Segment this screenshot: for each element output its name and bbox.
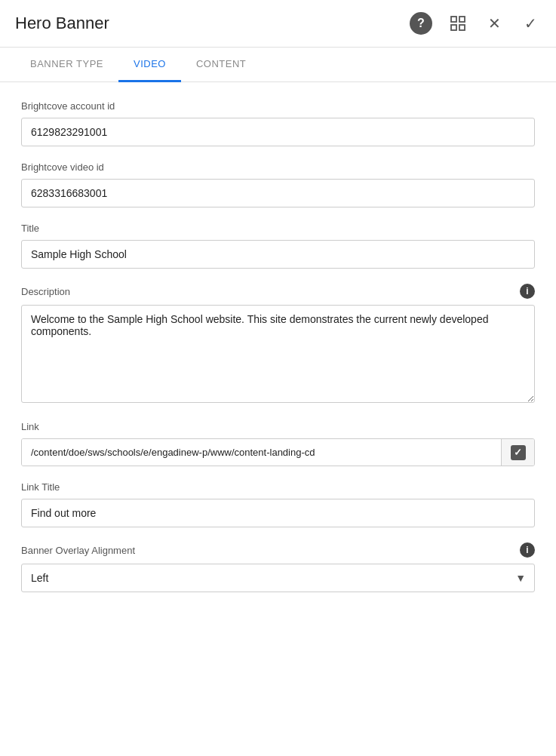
- brightcove-video-id-field: Brightcove video id: [21, 161, 535, 207]
- link-checkbox-button[interactable]: [501, 439, 534, 466]
- description-label-row: Description i: [21, 284, 535, 299]
- title-input[interactable]: [21, 240, 535, 269]
- tab-bar: BANNER TYPE VIDEO CONTENT: [0, 48, 556, 82]
- close-icon[interactable]: ✕: [484, 13, 505, 34]
- link-checkbox: [511, 445, 526, 460]
- description-info-icon[interactable]: i: [520, 284, 535, 299]
- link-input[interactable]: [22, 439, 501, 466]
- dialog-title: Hero Banner: [15, 14, 410, 33]
- alignment-select-wrapper: Left Center Right ▼: [21, 564, 535, 592]
- description-label: Description: [21, 286, 70, 297]
- title-field: Title: [21, 223, 535, 269]
- frame-icon[interactable]: [447, 13, 468, 34]
- brightcove-account-id-field: Brightcove account id: [21, 100, 535, 146]
- svg-rect-1: [459, 17, 465, 22]
- banner-overlay-alignment-label-row: Banner Overlay Alignment i: [21, 542, 535, 558]
- banner-overlay-alignment-field: Banner Overlay Alignment i Left Center R…: [21, 542, 535, 592]
- svg-rect-0: [451, 17, 456, 22]
- link-input-wrapper: [21, 438, 535, 466]
- description-field: Description i Welcome to the Sample High…: [21, 284, 535, 406]
- brightcove-video-id-label: Brightcove video id: [21, 161, 535, 173]
- tab-banner-type[interactable]: BANNER TYPE: [15, 48, 118, 82]
- link-title-input[interactable]: [21, 499, 535, 527]
- brightcove-account-id-label: Brightcove account id: [21, 100, 535, 112]
- title-label: Title: [21, 223, 535, 234]
- svg-rect-2: [451, 25, 456, 30]
- banner-overlay-alignment-label: Banner Overlay Alignment: [21, 545, 135, 556]
- dialog-header: Hero Banner ? ✕ ✓: [0, 0, 556, 48]
- svg-rect-3: [459, 25, 465, 30]
- link-title-label: Link Title: [21, 481, 535, 493]
- brightcove-account-id-input[interactable]: [21, 118, 535, 146]
- tab-content[interactable]: CONTENT: [181, 48, 261, 82]
- alignment-info-icon[interactable]: i: [520, 542, 535, 558]
- description-input[interactable]: Welcome to the Sample High School websit…: [21, 305, 535, 403]
- brightcove-video-id-input[interactable]: [21, 179, 535, 207]
- confirm-icon[interactable]: ✓: [520, 13, 541, 34]
- link-field: Link: [21, 421, 535, 466]
- form-content: Brightcove account id Brightcove video i…: [0, 82, 556, 625]
- link-title-field: Link Title: [21, 481, 535, 527]
- alignment-select[interactable]: Left Center Right: [21, 564, 535, 592]
- link-label: Link: [21, 421, 535, 432]
- help-icon[interactable]: ?: [410, 12, 432, 35]
- header-icons: ? ✕ ✓: [410, 12, 541, 35]
- tab-video[interactable]: VIDEO: [118, 48, 181, 82]
